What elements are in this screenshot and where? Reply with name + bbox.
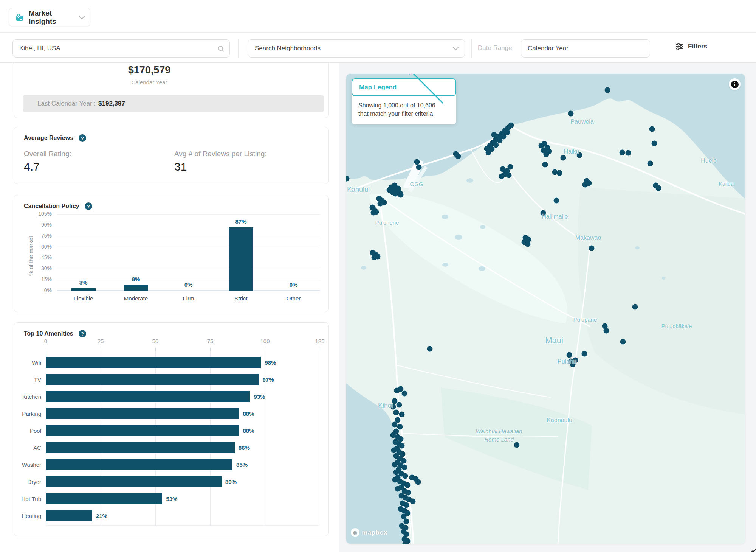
listing-dot[interactable] (399, 443, 405, 449)
listing-dot[interactable] (486, 150, 491, 155)
listing-dot[interactable] (648, 161, 653, 166)
listing-dot[interactable] (554, 198, 559, 204)
market-insights-dropdown[interactable]: Market Insights (9, 8, 90, 26)
chevron-down-icon (453, 45, 459, 51)
listing-dot[interactable] (561, 155, 566, 161)
listing-dot[interactable] (499, 174, 505, 179)
bar-flexible[interactable] (71, 288, 96, 291)
avg-reviews-value: 31 (174, 160, 187, 173)
listing-dot[interactable] (406, 490, 411, 496)
listing-dot[interactable] (402, 465, 407, 470)
map-legend-title: Map Legend (359, 84, 403, 91)
bar-strict[interactable] (229, 227, 253, 291)
listing-dot[interactable] (378, 201, 383, 207)
listing-dot[interactable] (652, 141, 657, 146)
listing-dot[interactable] (395, 486, 401, 492)
listing-dot[interactable] (393, 410, 399, 415)
bar-washer[interactable] (46, 459, 232, 470)
listing-dot[interactable] (605, 87, 610, 93)
date-range-input[interactable] (521, 39, 650, 58)
listing-dot[interactable] (414, 159, 420, 165)
bar-wifi[interactable] (46, 357, 261, 368)
listing-dot[interactable] (392, 477, 398, 483)
listing-dot[interactable] (391, 448, 397, 453)
map-legend-toggle[interactable]: Map Legend (352, 78, 456, 96)
mapbox-attribution[interactable]: ◉ mapbox (351, 528, 387, 537)
listing-dot[interactable] (402, 391, 407, 397)
listing-dot[interactable] (582, 182, 588, 188)
overall-rating-label: Overall Rating: (24, 150, 71, 158)
listing-dot[interactable] (497, 138, 503, 143)
listing-dot[interactable] (620, 339, 626, 345)
listing-dot[interactable] (632, 304, 638, 310)
listing-dot[interactable] (506, 173, 512, 178)
listing-dot[interactable] (397, 402, 402, 408)
listing-dot[interactable] (393, 470, 399, 475)
bar-tv[interactable] (46, 374, 259, 385)
bar-moderate[interactable] (124, 285, 148, 291)
listing-dot[interactable] (544, 152, 549, 157)
listing-dot[interactable] (410, 499, 416, 504)
map-place-label: Kahului (347, 186, 370, 193)
listing-dot[interactable] (399, 412, 405, 417)
listing-dot[interactable] (604, 328, 609, 334)
listing-dot[interactable] (656, 185, 662, 191)
y-axis-tick: 105% (28, 211, 52, 217)
bar-dryer[interactable] (46, 476, 222, 487)
listing-dot[interactable] (525, 241, 531, 247)
listing-dot[interactable] (392, 462, 398, 468)
info-icon: i (731, 81, 739, 88)
bar-value-label: 88% (243, 411, 254, 417)
gridline (57, 258, 320, 258)
bar-hot-tub[interactable] (46, 493, 162, 504)
listing-dot[interactable] (392, 183, 398, 188)
listing-dot[interactable] (387, 187, 392, 193)
bar-pool[interactable] (46, 425, 239, 436)
help-icon[interactable]: ? (79, 134, 86, 142)
listing-dot[interactable] (649, 126, 655, 132)
map-info-button[interactable]: i (729, 78, 741, 90)
listing-dot[interactable] (626, 150, 631, 156)
listing-dot[interactable] (371, 210, 376, 216)
listing-dot[interactable] (405, 482, 411, 488)
filters-button[interactable]: Filters (675, 43, 707, 50)
map-canvas[interactable]: PauwelaHaikuHueloKailuaKahuluiOGGPu'unen… (346, 74, 745, 544)
bar-heating[interactable] (46, 510, 92, 521)
listing-dot[interactable] (514, 442, 520, 448)
listing-dot[interactable] (416, 165, 422, 170)
listing-dot[interactable] (508, 164, 513, 170)
listing-dot[interactable] (455, 154, 461, 159)
listing-dot[interactable] (427, 346, 433, 352)
bar-kitchen[interactable] (46, 391, 250, 402)
listing-dot[interactable] (392, 422, 398, 428)
listing-dot[interactable] (491, 132, 497, 138)
listing-dot[interactable] (403, 473, 408, 479)
listing-dot[interactable] (397, 424, 403, 430)
listing-dot[interactable] (404, 502, 409, 508)
listing-dot[interactable] (557, 170, 562, 176)
listing-dot[interactable] (568, 111, 574, 117)
listing-dot[interactable] (404, 532, 409, 537)
neighborhoods-select-label: Search Neighborhoods (255, 45, 454, 52)
listing-dot[interactable] (398, 386, 404, 392)
listing-dot[interactable] (493, 142, 499, 148)
listing-dot[interactable] (415, 479, 421, 485)
listing-dot[interactable] (542, 162, 548, 168)
listing-dot[interactable] (401, 514, 407, 519)
listing-dot[interactable] (589, 246, 595, 251)
listing-dot[interactable] (582, 351, 587, 357)
mapbox-wordmark: mapbox (362, 529, 387, 536)
listing-dot[interactable] (372, 255, 377, 260)
bar-ac[interactable] (46, 442, 235, 453)
bar-parking[interactable] (46, 408, 239, 419)
listing-dot[interactable] (508, 123, 514, 128)
listing-dot[interactable] (404, 519, 409, 524)
neighborhoods-select[interactable]: Search Neighborhoods (248, 39, 465, 58)
map[interactable]: PauwelaHaikuHueloKailuaKahuluiOGGPu'unen… (346, 74, 745, 544)
listing-dot[interactable] (567, 352, 572, 358)
listing-dot[interactable] (398, 192, 404, 198)
gridline (57, 290, 320, 291)
listing-dot[interactable] (620, 150, 625, 155)
location-search-input[interactable] (12, 39, 230, 58)
divider (471, 39, 472, 58)
